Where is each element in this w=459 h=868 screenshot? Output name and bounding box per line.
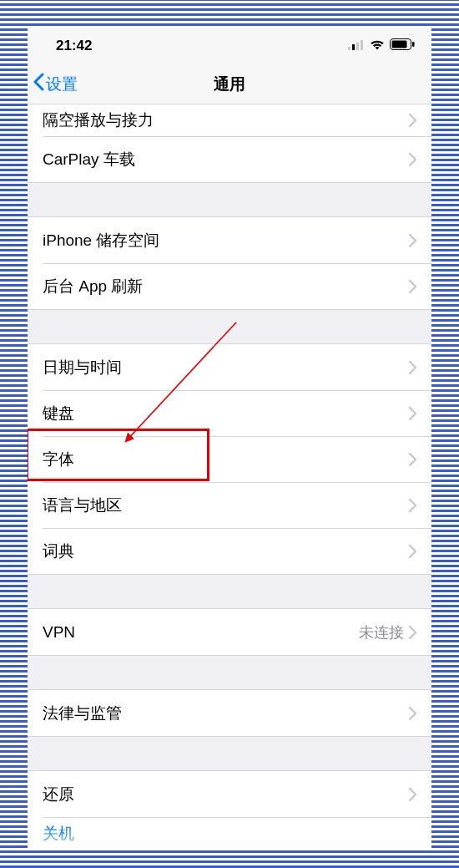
row-language-region[interactable]: 语言与地区 [28,482,431,528]
back-label: 设置 [46,74,78,95]
row-label: 后台 App 刷新 [43,276,143,297]
chevron-right-icon [409,626,416,639]
row-vpn[interactable]: VPN 未连接 [28,609,431,655]
chevron-right-icon [409,499,416,512]
chevron-right-icon [409,234,416,247]
row-date-time[interactable]: 日期与时间 [28,344,431,390]
row-shutdown[interactable]: 关机 [28,817,431,850]
row-label: CarPlay 车载 [43,149,135,170]
svg-rect-1 [352,44,355,50]
battery-icon [390,38,415,54]
group-spacer [28,656,431,689]
chevron-right-icon [409,114,416,127]
phone-frame: 21:42 [28,28,431,850]
chevron-right-icon [409,453,416,466]
row-iphone-storage[interactable]: iPhone 储存空间 [28,217,431,263]
group-locale: 日期与时间 键盘 字体 语言与地区 词典 [28,343,431,575]
row-reset[interactable]: 还原 [28,771,431,817]
page-title: 通用 [28,74,431,95]
status-bar: 21:42 [28,28,431,64]
wifi-icon [370,38,385,54]
row-detail: 未连接 [359,622,404,642]
row-carplay[interactable]: CarPlay 车载 [28,136,431,182]
chevron-right-icon [409,788,416,801]
row-fonts[interactable]: 字体 [28,436,431,482]
group-vpn: VPN 未连接 [28,608,431,656]
row-label: VPN [43,623,75,642]
chevron-right-icon [409,280,416,293]
row-keyboard[interactable]: 键盘 [28,390,431,436]
status-time: 21:42 [56,38,92,54]
svg-rect-5 [392,41,407,48]
group-spacer [28,737,431,770]
chevron-right-icon [409,361,416,374]
row-label: iPhone 储存空间 [43,230,159,251]
chevron-right-icon [409,545,416,558]
settings-list[interactable]: 隔空播放与接力 CarPlay 车载 iPhone 储存空间 后台 App 刷新… [28,104,431,850]
row-label: 键盘 [43,403,74,424]
row-label: 还原 [43,784,74,805]
chevron-left-icon [33,73,44,95]
status-right [348,38,415,54]
row-airplay-handoff[interactable]: 隔空播放与接力 [28,104,431,136]
svg-rect-2 [356,43,359,50]
group-playback: 隔空播放与接力 CarPlay 车载 [28,104,431,183]
group-spacer [28,310,431,343]
chevron-right-icon [409,407,416,420]
row-dictionary[interactable]: 词典 [28,528,431,574]
group-legal: 法律与监管 [28,689,431,737]
svg-rect-3 [361,40,363,50]
row-label: 关机 [43,823,74,845]
nav-bar: 设置 通用 [28,64,431,104]
row-legal-regulatory[interactable]: 法律与监管 [28,690,431,736]
chevron-right-icon [409,153,416,166]
row-label: 隔空播放与接力 [43,109,154,131]
group-spacer [28,183,431,216]
row-label: 字体 [43,449,74,470]
svg-rect-0 [348,47,351,50]
back-button[interactable]: 设置 [28,73,78,95]
row-label: 日期与时间 [43,357,122,378]
row-label: 法律与监管 [43,703,122,724]
row-label: 词典 [43,541,74,562]
chevron-right-icon [409,707,416,720]
group-reset: 还原 关机 [28,770,431,850]
group-storage: iPhone 储存空间 后台 App 刷新 [28,216,431,310]
group-spacer [28,575,431,608]
svg-rect-6 [412,42,415,47]
cellular-icon [348,38,365,54]
row-label: 语言与地区 [43,495,122,516]
row-background-app-refresh[interactable]: 后台 App 刷新 [28,263,431,309]
